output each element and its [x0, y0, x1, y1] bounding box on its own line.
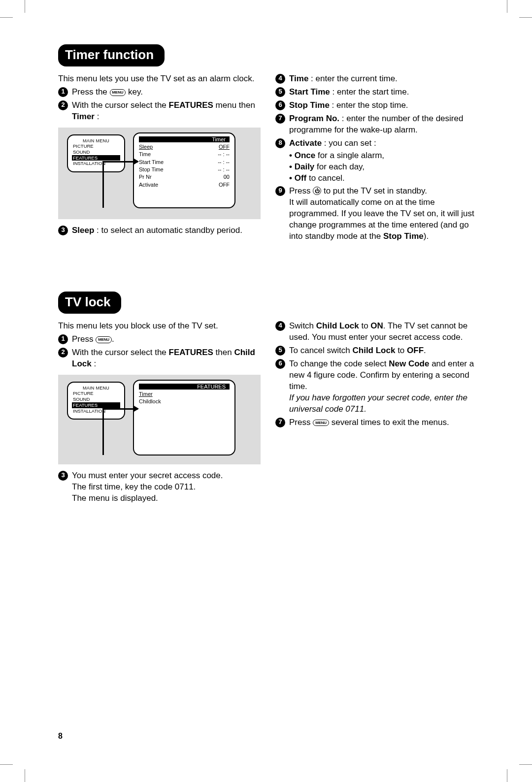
lock-step-3: You must enter your secret access code. …	[58, 470, 261, 504]
section-heading-timer: Timer function	[58, 44, 165, 66]
step-2: With the cursor select the FEATURES menu…	[58, 100, 261, 123]
step-4: Time : enter the current time.	[275, 73, 478, 85]
osd-sub-menu: FEATURES Timer Childlock	[133, 380, 235, 456]
lock-step-2: With the cursor select the FEATURES then…	[58, 347, 261, 370]
step-1: Press the MENU key.	[58, 87, 261, 98]
lock-step-5: To cancel switch Child Lock to OFF.	[275, 345, 478, 357]
col-right-tvlock: Switch Child Lock to ON. The TV set cann…	[275, 321, 478, 506]
col-left-timer: This menu lets you use the TV set as an …	[58, 73, 261, 244]
step-5: Start Time : enter the start time.	[275, 87, 478, 98]
osd-main-menu: MAIN MENU PICTURE SOUND FEATURES INSTALL…	[67, 382, 125, 420]
menu-key-icon: MENU	[110, 89, 126, 96]
page-content: Timer function This menu lets you use th…	[0, 0, 532, 536]
menu-key-icon: MENU	[313, 420, 329, 426]
osd-main-menu: MAIN MENU PICTURE SOUND FEATURES INSTALL…	[67, 134, 125, 173]
menu-key-icon: MENU	[96, 336, 112, 343]
lock-step-4: Switch Child Lock to ON. The TV set cann…	[275, 321, 478, 343]
osd-timer: MAIN MENU PICTURE SOUND FEATURES INSTALL…	[58, 128, 261, 219]
lock-step-1: Press MENU.	[58, 334, 261, 345]
step-3: Sleep : to select an automatic standby p…	[58, 225, 261, 236]
standby-key-icon: ⏻	[313, 187, 321, 195]
osd-tvlock: MAIN MENU PICTURE SOUND FEATURES INSTALL…	[58, 375, 261, 464]
osd-sub-menu: Timer SleepOFF Time-- : -- Start Time-- …	[133, 132, 235, 208]
step-8: Activate : you can set : Once for a sing…	[275, 138, 478, 184]
step-7: Program No. : enter the number of the de…	[275, 113, 478, 136]
step-6: Stop Time : enter the stop time.	[275, 100, 478, 111]
lock-step-7: Press MENU several times to exit the men…	[275, 417, 478, 428]
intro-timer: This menu lets you use the TV set as an …	[58, 73, 261, 85]
section-heading-tvlock: TV lock	[58, 292, 121, 314]
page-number: 8	[58, 732, 63, 741]
col-right-timer: Time : enter the current time. Start Tim…	[275, 73, 478, 244]
col-left-tvlock: This menu lets you block use of the TV s…	[58, 321, 261, 506]
intro-tvlock: This menu lets you block use of the TV s…	[58, 321, 261, 332]
lock-step-6: To change the code select New Code and e…	[275, 358, 478, 415]
step-9: Press ⏻ to put the TV set in standby. It…	[275, 186, 478, 242]
